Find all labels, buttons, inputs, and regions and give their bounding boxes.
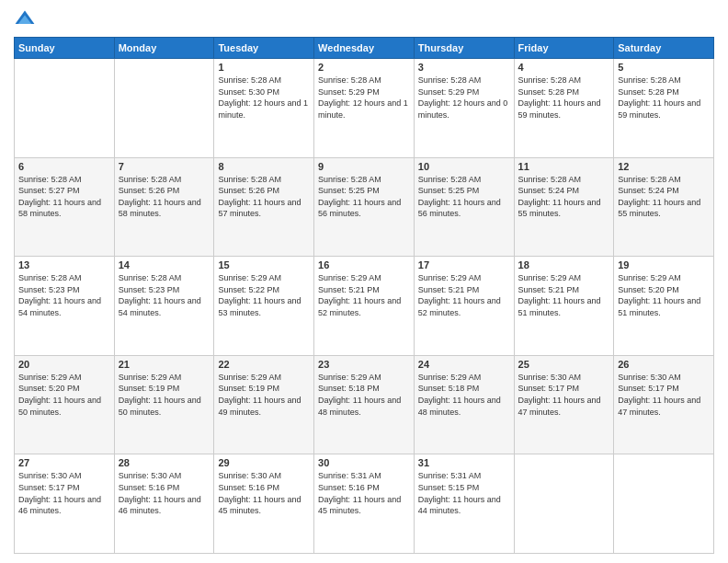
calendar-cell: 24Sunrise: 5:29 AMSunset: 5:18 PMDayligh… bbox=[414, 355, 514, 454]
day-number: 26 bbox=[618, 359, 710, 370]
calendar-cell: 31Sunrise: 5:31 AMSunset: 5:15 PMDayligh… bbox=[414, 454, 514, 554]
logo-icon bbox=[14, 9, 36, 31]
calendar-cell bbox=[114, 59, 214, 158]
calendar-cell: 8Sunrise: 5:28 AMSunset: 5:26 PMDaylight… bbox=[214, 157, 314, 257]
day-number: 28 bbox=[119, 457, 210, 468]
calendar-cell: 22Sunrise: 5:29 AMSunset: 5:19 PMDayligh… bbox=[214, 355, 314, 454]
weekday-header-tuesday: Tuesday bbox=[214, 38, 314, 59]
day-number: 19 bbox=[618, 259, 710, 270]
calendar-cell bbox=[514, 454, 614, 554]
calendar-cell: 21Sunrise: 5:29 AMSunset: 5:19 PMDayligh… bbox=[114, 355, 214, 454]
calendar-header: SundayMondayTuesdayWednesdayThursdayFrid… bbox=[15, 38, 714, 59]
calendar-week-4: 20Sunrise: 5:29 AMSunset: 5:20 PMDayligh… bbox=[15, 355, 714, 454]
day-number: 16 bbox=[318, 259, 410, 270]
day-number: 11 bbox=[518, 161, 610, 172]
weekday-header-monday: Monday bbox=[114, 38, 214, 59]
day-info: Sunrise: 5:28 AMSunset: 5:23 PMDaylight:… bbox=[119, 272, 210, 318]
calendar-cell: 27Sunrise: 5:30 AMSunset: 5:17 PMDayligh… bbox=[15, 454, 115, 554]
day-info: Sunrise: 5:28 AMSunset: 5:23 PMDaylight:… bbox=[18, 272, 110, 318]
day-info: Sunrise: 5:29 AMSunset: 5:21 PMDaylight:… bbox=[518, 272, 610, 318]
day-info: Sunrise: 5:28 AMSunset: 5:24 PMDaylight:… bbox=[518, 174, 610, 220]
day-info: Sunrise: 5:28 AMSunset: 5:25 PMDaylight:… bbox=[418, 174, 510, 220]
day-number: 14 bbox=[119, 259, 210, 270]
day-info: Sunrise: 5:28 AMSunset: 5:29 PMDaylight:… bbox=[418, 75, 510, 121]
calendar-cell: 20Sunrise: 5:29 AMSunset: 5:20 PMDayligh… bbox=[15, 355, 115, 454]
day-number: 7 bbox=[119, 161, 210, 172]
calendar: SundayMondayTuesdayWednesdayThursdayFrid… bbox=[14, 37, 714, 554]
day-info: Sunrise: 5:28 AMSunset: 5:26 PMDaylight:… bbox=[119, 174, 210, 220]
day-number: 2 bbox=[318, 62, 410, 73]
calendar-week-5: 27Sunrise: 5:30 AMSunset: 5:17 PMDayligh… bbox=[15, 454, 714, 554]
day-info: Sunrise: 5:29 AMSunset: 5:18 PMDaylight:… bbox=[418, 372, 510, 418]
weekday-header-friday: Friday bbox=[514, 38, 614, 59]
day-info: Sunrise: 5:31 AMSunset: 5:15 PMDaylight:… bbox=[418, 470, 510, 516]
day-number: 20 bbox=[18, 359, 110, 370]
weekday-header-thursday: Thursday bbox=[414, 38, 514, 59]
calendar-cell: 18Sunrise: 5:29 AMSunset: 5:21 PMDayligh… bbox=[514, 257, 614, 356]
day-info: Sunrise: 5:28 AMSunset: 5:25 PMDaylight:… bbox=[318, 174, 410, 220]
calendar-cell bbox=[15, 59, 115, 158]
calendar-cell: 2Sunrise: 5:28 AMSunset: 5:29 PMDaylight… bbox=[314, 59, 415, 158]
day-info: Sunrise: 5:28 AMSunset: 5:24 PMDaylight:… bbox=[618, 174, 710, 220]
day-info: Sunrise: 5:29 AMSunset: 5:20 PMDaylight:… bbox=[618, 272, 710, 318]
day-number: 3 bbox=[418, 62, 510, 73]
calendar-week-1: 1Sunrise: 5:28 AMSunset: 5:30 PMDaylight… bbox=[15, 59, 714, 158]
day-info: Sunrise: 5:28 AMSunset: 5:27 PMDaylight:… bbox=[18, 174, 110, 220]
calendar-cell: 13Sunrise: 5:28 AMSunset: 5:23 PMDayligh… bbox=[15, 257, 115, 356]
day-number: 25 bbox=[518, 359, 610, 370]
day-number: 30 bbox=[318, 457, 410, 468]
calendar-cell: 11Sunrise: 5:28 AMSunset: 5:24 PMDayligh… bbox=[514, 157, 614, 257]
day-info: Sunrise: 5:31 AMSunset: 5:16 PMDaylight:… bbox=[318, 470, 410, 516]
day-info: Sunrise: 5:28 AMSunset: 5:26 PMDaylight:… bbox=[218, 174, 310, 220]
day-info: Sunrise: 5:28 AMSunset: 5:28 PMDaylight:… bbox=[518, 75, 610, 121]
calendar-body: 1Sunrise: 5:28 AMSunset: 5:30 PMDaylight… bbox=[15, 59, 714, 554]
day-info: Sunrise: 5:30 AMSunset: 5:16 PMDaylight:… bbox=[218, 470, 310, 516]
day-number: 13 bbox=[18, 259, 110, 270]
day-info: Sunrise: 5:29 AMSunset: 5:19 PMDaylight:… bbox=[119, 372, 210, 418]
calendar-cell: 3Sunrise: 5:28 AMSunset: 5:29 PMDaylight… bbox=[414, 59, 514, 158]
day-number: 23 bbox=[318, 359, 410, 370]
calendar-cell: 15Sunrise: 5:29 AMSunset: 5:22 PMDayligh… bbox=[214, 257, 314, 356]
calendar-cell: 25Sunrise: 5:30 AMSunset: 5:17 PMDayligh… bbox=[514, 355, 614, 454]
weekday-header-wednesday: Wednesday bbox=[314, 38, 415, 59]
day-info: Sunrise: 5:29 AMSunset: 5:19 PMDaylight:… bbox=[218, 372, 310, 418]
day-info: Sunrise: 5:28 AMSunset: 5:28 PMDaylight:… bbox=[618, 75, 710, 121]
calendar-cell: 17Sunrise: 5:29 AMSunset: 5:21 PMDayligh… bbox=[414, 257, 514, 356]
day-info: Sunrise: 5:29 AMSunset: 5:21 PMDaylight:… bbox=[418, 272, 510, 318]
calendar-cell: 10Sunrise: 5:28 AMSunset: 5:25 PMDayligh… bbox=[414, 157, 514, 257]
calendar-cell: 19Sunrise: 5:29 AMSunset: 5:20 PMDayligh… bbox=[614, 257, 714, 356]
calendar-cell: 14Sunrise: 5:28 AMSunset: 5:23 PMDayligh… bbox=[114, 257, 214, 356]
day-number: 18 bbox=[518, 259, 610, 270]
page: SundayMondayTuesdayWednesdayThursdayFrid… bbox=[0, 0, 728, 563]
day-number: 27 bbox=[18, 457, 110, 468]
day-number: 4 bbox=[518, 62, 610, 73]
calendar-cell: 28Sunrise: 5:30 AMSunset: 5:16 PMDayligh… bbox=[114, 454, 214, 554]
day-number: 12 bbox=[618, 161, 710, 172]
calendar-cell: 16Sunrise: 5:29 AMSunset: 5:21 PMDayligh… bbox=[314, 257, 415, 356]
day-number: 29 bbox=[218, 457, 310, 468]
day-number: 5 bbox=[618, 62, 710, 73]
day-number: 21 bbox=[119, 359, 210, 370]
calendar-cell: 26Sunrise: 5:30 AMSunset: 5:17 PMDayligh… bbox=[614, 355, 714, 454]
day-number: 9 bbox=[318, 161, 410, 172]
day-info: Sunrise: 5:28 AMSunset: 5:30 PMDaylight:… bbox=[218, 75, 310, 121]
calendar-cell: 9Sunrise: 5:28 AMSunset: 5:25 PMDaylight… bbox=[314, 157, 415, 257]
header bbox=[14, 9, 714, 31]
day-info: Sunrise: 5:29 AMSunset: 5:20 PMDaylight:… bbox=[18, 372, 110, 418]
day-number: 1 bbox=[218, 62, 310, 73]
day-info: Sunrise: 5:30 AMSunset: 5:16 PMDaylight:… bbox=[119, 470, 210, 516]
day-number: 17 bbox=[418, 259, 510, 270]
calendar-week-2: 6Sunrise: 5:28 AMSunset: 5:27 PMDaylight… bbox=[15, 157, 714, 257]
day-number: 8 bbox=[218, 161, 310, 172]
calendar-cell: 4Sunrise: 5:28 AMSunset: 5:28 PMDaylight… bbox=[514, 59, 614, 158]
calendar-cell bbox=[614, 454, 714, 554]
day-info: Sunrise: 5:29 AMSunset: 5:18 PMDaylight:… bbox=[318, 372, 410, 418]
day-info: Sunrise: 5:29 AMSunset: 5:22 PMDaylight:… bbox=[218, 272, 310, 318]
calendar-cell: 1Sunrise: 5:28 AMSunset: 5:30 PMDaylight… bbox=[214, 59, 314, 158]
day-number: 24 bbox=[418, 359, 510, 370]
day-number: 15 bbox=[218, 259, 310, 270]
logo bbox=[14, 9, 40, 31]
day-number: 6 bbox=[18, 161, 110, 172]
day-number: 10 bbox=[418, 161, 510, 172]
calendar-cell: 30Sunrise: 5:31 AMSunset: 5:16 PMDayligh… bbox=[314, 454, 415, 554]
